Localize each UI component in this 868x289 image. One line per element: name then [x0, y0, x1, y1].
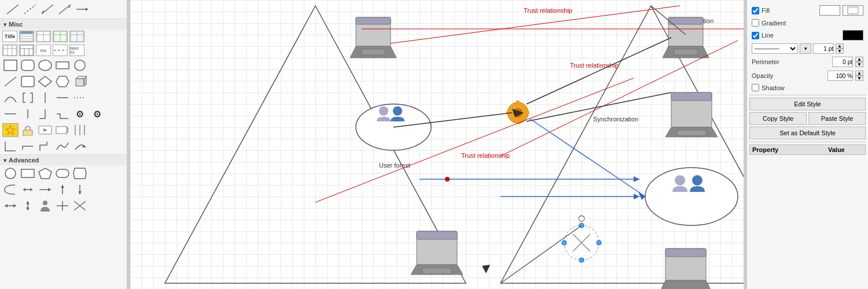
line-width-up[interactable]: ▲: [836, 43, 844, 49]
shape-step3[interactable]: [37, 139, 53, 153]
shape-diamond[interactable]: [37, 75, 53, 88]
fill-checkbox[interactable]: [752, 7, 759, 14]
advanced-section-header[interactable]: Advanced: [0, 154, 127, 165]
shape-star[interactable]: [2, 123, 19, 137]
shape-gear1[interactable]: ⚙: [72, 107, 88, 121]
line-width-down[interactable]: ▼: [836, 49, 844, 54]
adv-shape-right-arrow[interactable]: [37, 183, 53, 197]
adv-shape-double-arrow[interactable]: [20, 183, 36, 197]
opacity-up[interactable]: ▲: [855, 71, 863, 76]
perimeter-down[interactable]: ▼: [855, 62, 863, 67]
shape-dashed-line[interactable]: [22, 2, 38, 16]
svg-rect-145: [848, 7, 858, 14]
adv-shape-pentagon[interactable]: [37, 166, 53, 180]
svg-point-91: [393, 106, 402, 116]
adv-double-v-arrow[interactable]: [20, 199, 36, 213]
shape-wide-rect[interactable]: [54, 58, 71, 72]
shape-delayed[interactable]: [54, 123, 71, 137]
shape-rect[interactable]: [2, 58, 19, 72]
shape-arrow-left[interactable]: [39, 2, 56, 16]
shape-ellipse[interactable]: [37, 58, 53, 72]
fill-color-box[interactable]: [819, 5, 840, 16]
misc-section-header[interactable]: Misc: [0, 18, 127, 29]
shape-diagonal[interactable]: [2, 75, 19, 88]
shapes-row2: [0, 73, 127, 90]
adv-cross[interactable]: [72, 199, 88, 213]
adv-shape-down-arrow[interactable]: [72, 183, 88, 197]
shape-arrow-right[interactable]: [57, 2, 73, 16]
shape-step2[interactable]: [20, 139, 36, 153]
svg-rect-111: [417, 231, 457, 239]
style-label-for[interactable]: label for: [69, 45, 84, 56]
style-table2[interactable]: [53, 31, 68, 42]
shape-step[interactable]: [54, 107, 71, 121]
svg-marker-138: [634, 194, 639, 199]
line-width-input[interactable]: [813, 43, 834, 54]
svg-line-126: [391, 6, 680, 43]
value-col-header: Value: [828, 146, 863, 153]
opacity-down[interactable]: ▼: [855, 76, 863, 81]
shape-l-shape[interactable]: [2, 139, 19, 153]
line-style-select[interactable]: ────── - - - - -: [752, 43, 798, 54]
set-default-style-button[interactable]: Set as Default Style: [749, 127, 866, 139]
shape-lock[interactable]: [20, 123, 36, 137]
shape-v-line[interactable]: [20, 107, 36, 121]
copy-style-button[interactable]: Copy Style: [749, 112, 807, 125]
shape-squiggle[interactable]: [54, 139, 71, 153]
shape-hexagon[interactable]: [54, 75, 71, 88]
svg-rect-33: [21, 60, 34, 71]
style-table3[interactable]: [69, 31, 84, 42]
opacity-input[interactable]: [827, 71, 853, 81]
canvas[interactable]: Trust relationship Synchronization Trust…: [130, 0, 744, 289]
adv-shape-rounded[interactable]: [54, 166, 71, 180]
shape-pipe[interactable]: [37, 91, 53, 105]
adv-shape-c[interactable]: [2, 183, 19, 197]
shape-diagonal-line[interactable]: [5, 2, 21, 16]
adv-plus[interactable]: [54, 199, 71, 213]
style-plain-table2[interactable]: [19, 45, 34, 56]
style-label[interactable]: link: [36, 45, 51, 56]
shape-parallel[interactable]: [72, 123, 88, 137]
shape-rounded-rect[interactable]: [20, 58, 36, 72]
style-list[interactable]: [19, 31, 34, 42]
shadow-checkbox[interactable]: [752, 84, 759, 91]
perimeter-up[interactable]: ▲: [855, 57, 863, 62]
style-plain-table1[interactable]: [2, 45, 17, 56]
adv-shape-up-arrow[interactable]: [54, 183, 71, 197]
line-style-dropdown-btn[interactable]: ▾: [800, 43, 811, 54]
edit-style-button[interactable]: Edit Style: [749, 98, 866, 110]
property-col-header: Property: [752, 146, 828, 153]
svg-point-121: [579, 216, 584, 221]
paste-style-button[interactable]: Paste Style: [808, 112, 866, 125]
shape-circle[interactable]: [72, 58, 88, 72]
adv-shape-rect[interactable]: [20, 166, 36, 180]
shape-3d-box[interactable]: [72, 75, 88, 88]
shape-corner[interactable]: [37, 107, 53, 121]
adv-double-h-arrow[interactable]: [2, 199, 19, 213]
svg-marker-136: [638, 192, 645, 200]
shape-gear2[interactable]: ⚙: [89, 107, 105, 121]
shape-arc[interactable]: [2, 91, 19, 105]
adv-shape-circle[interactable]: [2, 166, 19, 180]
perimeter-input[interactable]: [832, 57, 853, 67]
gradient-label: Gradient: [762, 20, 863, 27]
shape-rounded-square[interactable]: [20, 75, 36, 88]
fill-label: Fill: [762, 7, 817, 14]
shape-media-player[interactable]: [37, 123, 53, 137]
style-title[interactable]: Title: [2, 31, 17, 42]
svg-rect-32: [4, 60, 17, 71]
shape-h-line[interactable]: [54, 91, 71, 105]
shape-curved-arrow[interactable]: [72, 139, 88, 153]
shape-bracket[interactable]: [20, 91, 36, 105]
line-checkbox[interactable]: [752, 32, 759, 39]
gradient-checkbox[interactable]: [752, 19, 759, 27]
shape-dotted-h[interactable]: [72, 91, 88, 105]
style-dashes[interactable]: [53, 45, 68, 56]
shape-long-arrow[interactable]: [74, 2, 90, 16]
adv-shape-wide-hex[interactable]: [72, 166, 88, 180]
style-table1[interactable]: [36, 31, 51, 42]
adv-person[interactable]: [37, 199, 53, 213]
line-color-box[interactable]: [843, 30, 863, 40]
prop-table-header: Property Value: [749, 144, 866, 155]
shape-h-line2[interactable]: [2, 107, 19, 121]
